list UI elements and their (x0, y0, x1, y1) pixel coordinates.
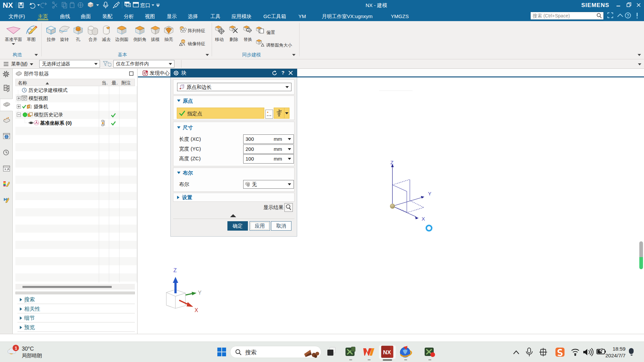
svg-text:摄像机: 摄像机 (34, 104, 48, 109)
svg-text:2024/7/7: 2024/7/7 (605, 353, 626, 358)
svg-text:NX: NX (3, 1, 13, 9)
svg-text:1: 1 (15, 346, 17, 351)
svg-text:历史记录建模模式: 历史记录建模模式 (29, 87, 68, 93)
svg-text:Y: Y (428, 191, 431, 196)
svg-text:基准坐标系 (0): 基准坐标系 (0) (40, 120, 71, 126)
svg-text:Z: Z (173, 267, 177, 273)
svg-text:SIEMENS: SIEMENS (581, 2, 609, 8)
svg-text:模型历史记录: 模型历史记录 (34, 112, 63, 117)
svg-text:X: X (195, 307, 198, 313)
svg-text:NX - 建模: NX - 建模 (366, 2, 387, 8)
svg-text:Y: Y (198, 290, 202, 296)
svg-text:X: X (422, 216, 425, 222)
svg-text:Z: Z (390, 160, 393, 165)
svg-text:模型视图: 模型视图 (29, 96, 48, 101)
svg-text:NX: NX (383, 349, 391, 356)
svg-text:窓口: 窓口 (140, 2, 150, 8)
svg-text:18:59: 18:59 (612, 346, 626, 352)
svg-text:?: ? (627, 13, 629, 18)
